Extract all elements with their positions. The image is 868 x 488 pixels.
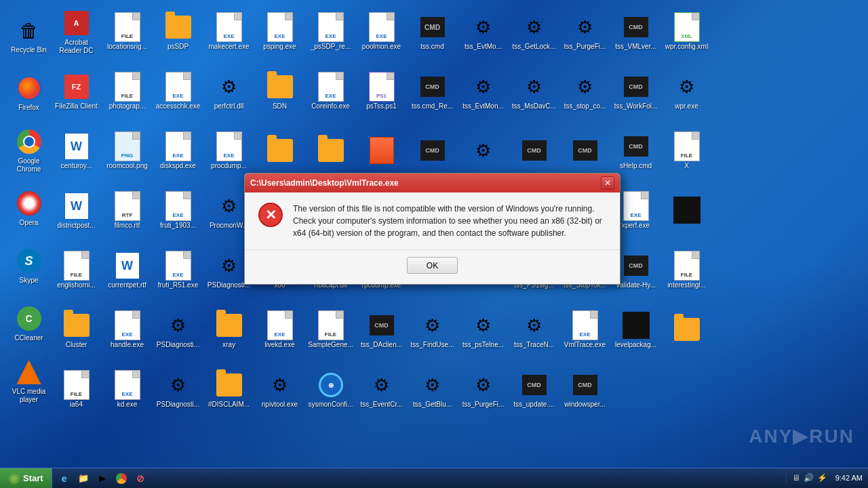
dialog-close-button[interactable]: ✕: [601, 176, 614, 190]
icon-tss-vmlver[interactable]: CMD tss_VMLver...: [610, 3, 661, 61]
dialog-message: The version of this file is not compatib…: [293, 203, 606, 239]
icon-pssdp[interactable]: psSDP: [153, 3, 203, 61]
icon-vmltrace-exe[interactable]: EXE VmlTrace.exe: [559, 302, 610, 359]
icon-cluster[interactable]: Cluster: [51, 302, 102, 359]
icon-cmd-r3-2[interactable]: CMD: [509, 123, 559, 180]
icon-perfctrl[interactable]: ⚙ perfctrl.dll: [203, 63, 254, 121]
icon-tss-workfol[interactable]: CMD tss_WorkFol...: [610, 63, 661, 121]
icon-firefox[interactable]: Firefox: [3, 64, 54, 122]
icon-tss-purgefi-1[interactable]: ⚙ tss_PurgeFi...: [559, 3, 610, 61]
system-tray: 🖥 🔊 ⚡: [786, 473, 833, 483]
icon-englishorni[interactable]: FILE englishorni...: [51, 242, 102, 300]
icon-sysmonconf[interactable]: ⊕ sysmonConfi...: [305, 361, 356, 419]
taskbar: Start e 📁 ▶ ⊘ 🖥 🔊 ⚡ 9:42 AM: [0, 468, 868, 488]
start-button[interactable]: Start: [0, 468, 52, 489]
taskbar-antivirus-icon[interactable]: ⊘: [132, 470, 149, 487]
icon-sdn[interactable]: SDN: [254, 63, 305, 121]
icon-black-rect[interactable]: [661, 182, 712, 240]
icon-chrome[interactable]: Google Chrome: [3, 122, 54, 180]
icon-pstss[interactable]: PS1 psTss.ps1: [356, 63, 407, 121]
icon-locationsrig[interactable]: FILE locationsrig...: [102, 3, 153, 61]
error-dialog[interactable]: C:\Users\admin\Desktop\VmlTrace.exe ✕ ✕ …: [244, 173, 620, 285]
taskbar-chrome-icon[interactable]: [113, 470, 130, 487]
icon-tss-getlock[interactable]: ⚙ tss_GetLock...: [509, 3, 559, 61]
icon-opera[interactable]: Opera: [3, 180, 54, 237]
taskbar-ie-icon[interactable]: e: [56, 470, 73, 487]
icon-acrobat[interactable]: A Acrobat Reader DC: [51, 3, 102, 61]
icon-wpr-exe[interactable]: ⚙ wpr.exe: [661, 63, 712, 121]
icon-interestingl[interactable]: FILE interestingl...: [661, 242, 712, 300]
icon-filmco[interactable]: RTF filmco.rtf: [102, 182, 153, 240]
icon-fruti-r51[interactable]: EXE fruti_R51.exe: [153, 242, 203, 300]
icon-vlc[interactable]: VLC media player: [3, 352, 54, 410]
start-label: Start: [23, 473, 43, 483]
icon-livekd[interactable]: EXE livekd.exe: [254, 302, 305, 359]
icon-procdump[interactable]: EXE procdump...: [203, 123, 254, 180]
icon-disclaimer[interactable]: #DISCLAIM...: [203, 361, 254, 419]
icon-centuroy[interactable]: W centuroy...: [51, 123, 102, 180]
icon-ia64[interactable]: FILE ia64: [51, 361, 102, 419]
icon-tss-daclien[interactable]: CMD tss_DAclien...: [356, 302, 407, 359]
taskbar-explorer-icon[interactable]: 📁: [75, 470, 92, 487]
icon-recycle-bin[interactable]: 🗑 Recycle Bin: [3, 7, 54, 64]
clock-time: 9:42 AM: [835, 473, 863, 483]
icon-x-file[interactable]: FILE X: [661, 123, 712, 180]
icon-file-orange[interactable]: [356, 123, 407, 180]
icon-makecert[interactable]: EXE makecert.exe: [203, 3, 254, 61]
icon-tss-getblu[interactable]: ⚙ tss_GetBlu...: [407, 361, 458, 419]
icon-psdiag-3[interactable]: ⚙ PSDiagnosti...: [153, 361, 203, 419]
anyrun-watermark: ANY▶RUN: [749, 425, 854, 447]
icon-skype[interactable]: S Skype: [3, 237, 54, 295]
icon-samplegene[interactable]: FILE SampleGene...: [305, 302, 356, 359]
icon-psdiag-2[interactable]: ⚙ PSDiagnosti...: [153, 302, 203, 359]
icon-gear-r3-1[interactable]: ⚙: [458, 123, 509, 180]
error-icon: ✕: [258, 203, 283, 227]
icon-tss-cmd[interactable]: CMD tss.cmd: [407, 3, 458, 61]
icon-wpr-config[interactable]: XML wpr.config.xml: [661, 3, 712, 61]
icon-roomcool[interactable]: PNG roomcool.png: [102, 123, 153, 180]
icon-folder-r3-1[interactable]: [254, 123, 305, 180]
icon-photograp[interactable]: FILE photograp...: [102, 63, 153, 121]
icon-folder-r3-2[interactable]: [305, 123, 356, 180]
icon-levelpackag[interactable]: levelpackag...: [610, 302, 661, 359]
desktop-icon-area: 🗑 Recycle Bin Firefox Google Chrome Oper…: [0, 3, 58, 464]
icon-tss-update[interactable]: CMD tss_update....: [509, 361, 559, 419]
icon-currentpet[interactable]: W currentpet.rtf: [102, 242, 153, 300]
icon-tss-tracen[interactable]: ⚙ tss_TraceN...: [509, 302, 559, 359]
icon-npivtool[interactable]: ⚙ npivtool.exe: [254, 361, 305, 419]
icon-tss-stop-co[interactable]: ⚙ tss_stop_co...: [559, 63, 610, 121]
desktop: 🗑 Recycle Bin Firefox Google Chrome Oper…: [0, 0, 868, 468]
icon-tss-finduse[interactable]: ⚙ tss_FindUse...: [407, 302, 458, 359]
icon-filezilla[interactable]: FZ FileZilla Client: [51, 63, 102, 121]
icon-tss-msdavc[interactable]: ⚙ tss_MsDavC...: [509, 63, 559, 121]
icon-shelp[interactable]: CMD sHelp.cmd: [610, 123, 661, 180]
icon-tss-purgefi-2[interactable]: ⚙ tss_PurgeFi...: [458, 361, 509, 419]
icon-diskspd[interactable]: EXE diskspd.exe: [153, 123, 203, 180]
icon-kd-exe[interactable]: EXE kd.exe: [102, 361, 153, 419]
dialog-title: C:\Users\admin\Desktop\VmlTrace.exe: [250, 178, 399, 188]
icon-cmd-r3[interactable]: CMD: [407, 123, 458, 180]
icon-handle[interactable]: EXE handle.exe: [102, 302, 153, 359]
clock[interactable]: 9:42 AM: [835, 473, 863, 483]
icon-tss-cmd-re[interactable]: CMD tss.cmd_Re...: [407, 63, 458, 121]
icon-cmd-r3-3[interactable]: CMD: [559, 123, 610, 180]
icon-psping[interactable]: EXE psping.exe: [254, 3, 305, 61]
icon-coreinfo[interactable]: EXE Coreinfo.exe: [305, 63, 356, 121]
icon-windowsper[interactable]: CMD windowsper...: [559, 361, 610, 419]
dialog-footer: OK: [245, 249, 620, 284]
ok-button[interactable]: OK: [407, 257, 458, 274]
icon-folder-r7-1[interactable]: [661, 302, 712, 359]
icon-xray[interactable]: xray: [203, 302, 254, 359]
icon-districtpost[interactable]: W districtpost...: [51, 182, 102, 240]
taskbar-wmp-icon[interactable]: ▶: [94, 470, 111, 487]
icon-tss-evtmon-2[interactable]: ⚙ tss_EvtMon...: [458, 63, 509, 121]
icon-tss-evtmo-1[interactable]: ⚙ tss_EvtMo...: [458, 3, 509, 61]
icon-tss-eventcr[interactable]: ⚙ tss_EventCr...: [356, 361, 407, 419]
icon-pssdp-re[interactable]: EXE _psSDP_re...: [305, 3, 356, 61]
icon-tss-pstelne[interactable]: ⚙ tss_psTelne...: [458, 302, 509, 359]
icon-accesschk[interactable]: EXE accesschk.exe: [153, 63, 203, 121]
icon-poolmon[interactable]: EXE poolmon.exe: [356, 3, 407, 61]
tray-battery-icon: ⚡: [817, 473, 827, 483]
icon-ccleaner[interactable]: C CCleaner: [3, 295, 54, 352]
icon-fruti-1903[interactable]: EXE fruti_1903...: [153, 182, 203, 240]
